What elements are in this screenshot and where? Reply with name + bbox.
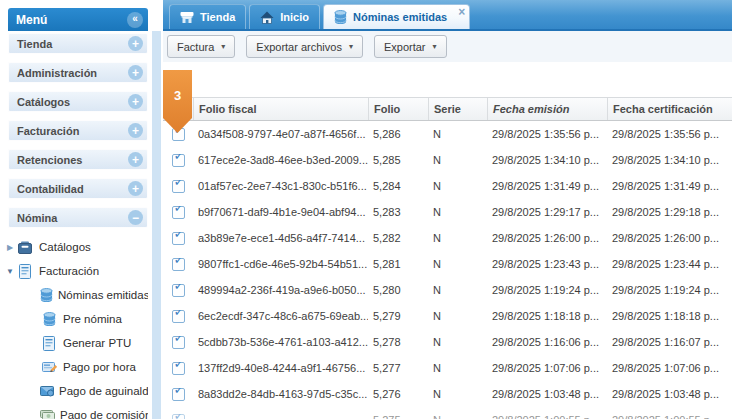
tree-item-generar-ptu[interactable]: Generar PTU xyxy=(0,331,148,355)
row-checkbox[interactable]: ✓ xyxy=(172,284,185,297)
row-checkbox[interactable]: ✓ xyxy=(172,232,185,245)
tree-item-pre-nomina[interactable]: Pre nómina xyxy=(0,307,148,331)
factura-button[interactable]: Factura ▾ xyxy=(167,35,235,58)
box-icon xyxy=(16,241,34,254)
collapse-minus-icon[interactable]: − xyxy=(128,210,143,225)
column-header-folio[interactable]: Folio xyxy=(368,98,428,120)
cell-fecha-certificacion: 29/8/2025 1:16:07 p... xyxy=(607,336,732,348)
close-tab-icon[interactable]: × xyxy=(458,6,465,18)
sidebar-item-label: Catálogos xyxy=(17,96,70,108)
exportar-archivos-button[interactable]: Exportar archivos ▾ xyxy=(246,35,363,58)
main-panel: Tienda Inicio Nóminas emitidas × Factura… xyxy=(163,0,732,419)
collapse-sidebar-icon[interactable]: « xyxy=(127,12,143,28)
row-checkbox[interactable]: ✓ xyxy=(172,388,185,401)
cell-folio-fiscal: 489994a2-236f-419a-a9e6-b050... xyxy=(193,284,368,296)
cell-fecha-certificacion: 29/8/2025 1:23:44 p... xyxy=(607,258,732,270)
table-row[interactable]: ✓ 9807ffc1-cd6e-46e5-92b4-54b51... 5,281… xyxy=(163,251,732,277)
row-checkbox[interactable]: ✓ xyxy=(172,362,185,375)
table-row[interactable]: ✓ 8a83dd2e-84db-4163-97d5-c35c... 5,276 … xyxy=(163,381,732,407)
cell-folio-fiscal: 8a83dd2e-84db-4163-97d5-c35c... xyxy=(193,388,368,400)
column-header-fecha-emision[interactable]: Fecha emisión xyxy=(487,98,607,120)
column-header-fecha-certificacion[interactable]: Fecha certificación xyxy=(607,98,732,120)
sidebar-item-label: Nómina xyxy=(17,212,57,224)
sidebar-item-contabilidad[interactable]: Contabilidad + xyxy=(8,178,148,199)
sidebar-item-facturacion[interactable]: Facturación + xyxy=(8,120,148,141)
table-row[interactable]: ✓ a3b89e7e-ece1-4d56-a4f7-7414... 5,282 … xyxy=(163,225,732,251)
chevron-down-icon[interactable]: ▼ xyxy=(4,267,16,276)
dropdown-caret-icon: ▾ xyxy=(349,42,353,51)
table-row[interactable]: ✓ b9f70671-daf9-4b1e-9e04-abf94... 5,283… xyxy=(163,199,732,225)
cell-fecha-emision: 29/8/2025 1:35:56 p... xyxy=(487,128,607,140)
cell-fecha-certificacion: 29/8/2025 1:26:00 p... xyxy=(607,232,732,244)
expand-plus-icon[interactable]: + xyxy=(128,152,143,167)
tree-item-label: Nóminas emitidas xyxy=(58,289,148,301)
tree-item-pago-por-hora[interactable]: Pago por hora xyxy=(0,355,148,379)
sidebar-item-label: Administración xyxy=(17,67,97,79)
table-row[interactable]: ✓ 137ff2d9-40e8-4244-a9f1-46756... 5,277… xyxy=(163,355,732,381)
tree-item-label: Facturación xyxy=(39,265,99,277)
column-header-serie[interactable]: Serie xyxy=(428,98,487,120)
store-icon xyxy=(180,11,194,24)
exportar-button[interactable]: Exportar ▾ xyxy=(374,35,447,58)
tree-item-facturacion[interactable]: ▼ Facturación xyxy=(0,259,148,283)
cell-folio: 5,279 xyxy=(368,310,428,322)
cell-folio: 5,278 xyxy=(368,336,428,348)
tab-label: Tienda xyxy=(200,11,235,23)
cell-serie: N xyxy=(428,154,487,166)
sidebar-item-administracion[interactable]: Administración + xyxy=(8,62,148,83)
row-checkbox[interactable]: ✓ xyxy=(172,336,185,349)
tree-item-nominas-emitidas[interactable]: Nóminas emitidas xyxy=(0,283,148,307)
grid-header: Folio fiscal Folio Serie Fecha emisión F… xyxy=(163,97,732,121)
cell-fecha-certificacion: 29/8/2025 1:35:56 p... xyxy=(607,128,732,140)
sidebar-item-retenciones[interactable]: Retenciones + xyxy=(8,149,148,170)
table-row[interactable]: ✓ 6ec2ecdf-347c-48c6-a675-69eab... 5,279… xyxy=(163,303,732,329)
tree-item-label: Pago de aguinaldo xyxy=(59,385,148,397)
tree-item-label: Pago por hora xyxy=(63,361,136,373)
column-header-folio-fiscal[interactable]: Folio fiscal xyxy=(193,98,368,120)
cell-serie: N xyxy=(428,388,487,400)
row-checkbox[interactable]: ✓ xyxy=(172,206,185,219)
cell-fecha-certificacion: 29/8/2025 1:00:55 p... xyxy=(607,414,732,419)
row-checkbox[interactable]: ✓ xyxy=(172,310,185,323)
table-row[interactable]: ✓ 01af57ec-2ee7-43c1-830c-b51f6... 5,284… xyxy=(163,173,732,199)
row-checkbox[interactable]: ✓ xyxy=(172,180,185,193)
row-checkbox[interactable]: ✓ xyxy=(172,154,185,167)
cell-fecha-emision: 29/8/2025 1:26:00 p... xyxy=(487,232,607,244)
expand-plus-icon[interactable]: + xyxy=(128,94,143,109)
cell-serie: N xyxy=(428,414,487,419)
tab-nominas-emitidas[interactable]: Nóminas emitidas × xyxy=(323,4,470,29)
table-row[interactable]: ✓ ... 5,275 N 29/8/2025 1:00:55 p... 29/… xyxy=(163,407,732,419)
cell-folio: 5,284 xyxy=(368,180,428,192)
sidebar-item-catalogos[interactable]: Catálogos + xyxy=(8,91,148,112)
home-icon xyxy=(260,11,274,24)
tree-item-catalogos[interactable]: ▶ Catálogos xyxy=(0,235,148,259)
dropdown-caret-icon: ▾ xyxy=(221,42,225,51)
database-icon xyxy=(334,10,347,25)
table-row[interactable]: ✓ 0a34f508-9797-4e07-a87f-4656f... 5,286… xyxy=(163,121,732,147)
table-row[interactable]: ✓ 5cdbb73b-536e-4761-a103-a412... 5,278 … xyxy=(163,329,732,355)
row-checkbox[interactable]: ✓ xyxy=(172,258,185,271)
button-label: Factura xyxy=(177,41,214,53)
check-icon: ✓ xyxy=(174,336,185,344)
table-row[interactable]: ✓ 489994a2-236f-419a-a9e6-b050... 5,280 … xyxy=(163,277,732,303)
expand-plus-icon[interactable]: + xyxy=(128,36,143,51)
expand-plus-icon[interactable]: + xyxy=(128,123,143,138)
panel-splitter[interactable] xyxy=(152,31,161,419)
cell-fecha-emision: 29/8/2025 1:18:18 p... xyxy=(487,310,607,322)
check-icon: ✓ xyxy=(174,388,185,396)
tree-item-pago-de-comision[interactable]: Pago de comisión xyxy=(0,403,148,419)
tab-tienda[interactable]: Tienda xyxy=(169,4,246,29)
cell-folio: 5,286 xyxy=(368,128,428,140)
sidebar-item-tienda[interactable]: Tienda + xyxy=(8,33,148,54)
cell-folio-fiscal: 6ec2ecdf-347c-48c6-a675-69eab... xyxy=(193,310,368,322)
expand-plus-icon[interactable]: + xyxy=(128,181,143,196)
database-icon xyxy=(40,312,58,327)
tree-item-pago-de-aguinaldo[interactable]: Pago de aguinaldo xyxy=(0,379,148,403)
sidebar-item-nomina[interactable]: Nómina − xyxy=(8,207,148,228)
tab-inicio[interactable]: Inicio xyxy=(249,4,320,29)
table-row[interactable]: ✓ 617ece2e-3ad8-46ee-b3ed-2009... 5,285 … xyxy=(163,147,732,173)
expand-plus-icon[interactable]: + xyxy=(128,65,143,80)
chevron-right-icon[interactable]: ▶ xyxy=(4,243,16,252)
cell-folio: 5,280 xyxy=(368,284,428,296)
row-checkbox[interactable]: ✓ xyxy=(172,414,185,419)
